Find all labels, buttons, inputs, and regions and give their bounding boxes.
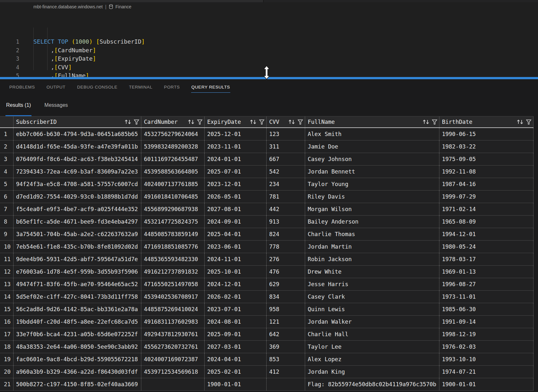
cell-subscriberid[interactable]: a960a3b9-b329-4366-a22d-f86430d03fdf bbox=[13, 366, 141, 378]
cell-expirydate[interactable]: 2027-08-01 bbox=[205, 203, 267, 215]
cell-subscriberid[interactable]: 3a754501-704b-45ab-a2e2-c622637632a9 bbox=[13, 228, 141, 240]
panel-tab-problems[interactable]: PROBLEMS bbox=[9, 82, 35, 93]
cell-cardnumber[interactable]: 6011169726455487 bbox=[141, 153, 205, 165]
cell-birthdate[interactable]: 1992-11-08 bbox=[439, 166, 534, 178]
cell-fullname[interactable]: Drew White bbox=[305, 266, 439, 278]
panel-tab-debug-console[interactable]: DEBUG CONSOLE bbox=[77, 82, 118, 93]
cell-cardnumber[interactable]: 4929437812930761 bbox=[141, 328, 205, 340]
cell-cardnumber[interactable]: 5399832489200328 bbox=[141, 141, 205, 153]
column-header-cardnumber[interactable]: CardNumber bbox=[141, 116, 205, 127]
cell-fullname[interactable]: Charlie Thomas bbox=[305, 228, 439, 240]
cell-birthdate[interactable]: 1971-02-14 bbox=[439, 203, 534, 215]
filter-funnel-icon[interactable] bbox=[134, 119, 139, 125]
panel-tab-query-results[interactable]: QUERY RESULTS bbox=[191, 82, 230, 93]
cell-subscriberid[interactable]: e76003a6-1d78-4e5f-959b-3d55b93f5906 bbox=[13, 266, 141, 278]
cell-cvv[interactable]: 121 bbox=[267, 316, 305, 328]
cell-birthdate[interactable]: 1994-12-01 bbox=[439, 228, 534, 240]
breadcrumb-server[interactable]: mbt-finance.database.windows.net bbox=[33, 4, 103, 9]
column-header-subscriberid[interactable]: SubscriberID bbox=[13, 116, 141, 127]
cell-cardnumber[interactable]: 4716550251497058 bbox=[141, 278, 205, 290]
column-header-cvv[interactable]: CVV bbox=[267, 116, 305, 127]
cell-fullname[interactable]: Taylor Lee bbox=[305, 341, 439, 353]
cell-cvv[interactable]: 276 bbox=[267, 253, 305, 265]
cell-cvv[interactable]: 369 bbox=[267, 341, 305, 353]
cell-cvv[interactable]: 442 bbox=[267, 203, 305, 215]
cell-expirydate[interactable]: 2027-03-01 bbox=[205, 341, 267, 353]
cell-cvv[interactable]: 234 bbox=[267, 178, 305, 190]
cell-expirydate[interactable]: 2025-04-01 bbox=[205, 228, 267, 240]
cell-subscriberid[interactable]: 076409fd-f8c6-4bd2-ac63-f38eb3245414 bbox=[13, 153, 141, 165]
cell-cvv[interactable]: 781 bbox=[267, 191, 305, 203]
cell-cvv[interactable]: 412 bbox=[267, 366, 305, 378]
code-text[interactable]: ,[CardNumber] bbox=[33, 46, 96, 55]
cell-cardnumber[interactable]: 4485875269410024 bbox=[141, 303, 205, 315]
code-text[interactable]: ,[ExpiryDate] bbox=[33, 55, 96, 63]
cell-birthdate[interactable]: 1985-06-30 bbox=[439, 303, 534, 315]
cell-fullname[interactable]: Jordan Walker bbox=[305, 316, 439, 328]
cell-subscriberid[interactable]: 7eb54e61-f1e8-435c-b70b-8fe81092d02d bbox=[13, 241, 141, 253]
row-number[interactable]: 20 bbox=[0, 366, 13, 378]
cell-expirydate[interactable]: 2024-09-01 bbox=[205, 216, 267, 228]
cell-fullname[interactable]: Jordan Martin bbox=[305, 241, 439, 253]
cell-fullname[interactable]: Jordan Bennett bbox=[305, 166, 439, 178]
sql-editor[interactable]: mbt-finance.database.windows.net | Finan… bbox=[0, 2, 538, 77]
row-number[interactable]: 4 bbox=[0, 166, 13, 178]
cell-expirydate[interactable]: 2024-01-01 bbox=[205, 153, 267, 165]
cell-birthdate[interactable]: 1975-09-05 bbox=[439, 153, 534, 165]
panel-tab-terminal[interactable]: TERMINAL bbox=[129, 82, 153, 93]
cell-subscriberid[interactable]: 94f24f3a-e5c8-4708-a581-57557c6007cd bbox=[13, 178, 141, 190]
cell-expirydate[interactable]: 2025-09-01 bbox=[205, 328, 267, 340]
row-number[interactable]: 12 bbox=[0, 266, 13, 278]
cell-cardnumber[interactable]: 4716918851085776 bbox=[141, 241, 205, 253]
code-line[interactable]: 2 ,[CardNumber] bbox=[0, 46, 538, 55]
results-tab-results-1-[interactable]: Results (1) bbox=[5, 95, 31, 116]
cell-cardnumber[interactable]: 4024007169072387 bbox=[141, 353, 205, 365]
cell-subscriberid[interactable]: d4148d1d-f65e-45da-93fe-a47e39fa011b bbox=[13, 141, 141, 153]
cell-cardnumber[interactable]: 4916831137602983 bbox=[141, 316, 205, 328]
filter-funnel-icon[interactable] bbox=[197, 119, 203, 125]
cell-fullname[interactable]: Jesse Harris bbox=[305, 278, 439, 290]
cell-cvv[interactable]: 824 bbox=[267, 228, 305, 240]
cell-cvv[interactable]: 913 bbox=[267, 216, 305, 228]
cell-cardnumber[interactable]: 4539588563664805 bbox=[141, 166, 205, 178]
panel-tab-output[interactable]: OUTPUT bbox=[46, 82, 66, 93]
cell-cardnumber[interactable]: 4532756279624064 bbox=[141, 128, 205, 140]
cell-cardnumber[interactable]: 4532147725824375 bbox=[141, 216, 205, 228]
cell-fullname[interactable]: Bailey Anderson bbox=[305, 216, 439, 228]
column-header-birthdate[interactable]: BirthDate bbox=[439, 116, 534, 127]
cell-cvv[interactable]: 778 bbox=[267, 241, 305, 253]
row-number[interactable]: 5 bbox=[0, 178, 13, 190]
row-number[interactable]: 7 bbox=[0, 203, 13, 215]
sort-arrows-icon[interactable] bbox=[288, 119, 296, 125]
cell-subscriberid[interactable]: 19bdd40f-c20d-48f5-a8ee-22efc68ca7d5 bbox=[13, 316, 141, 328]
row-number[interactable]: 13 bbox=[0, 278, 13, 290]
cell-cvv[interactable]: 629 bbox=[267, 278, 305, 290]
cell-expirydate[interactable]: 2024-12-01 bbox=[205, 278, 267, 290]
cell-expirydate[interactable]: 2024-11-01 bbox=[205, 253, 267, 265]
cell-cardnumber[interactable]: 4485085783859149 bbox=[141, 228, 205, 240]
code-text[interactable]: ,[CVV] bbox=[33, 63, 72, 72]
cell-expirydate[interactable]: 2025-07-01 bbox=[205, 166, 267, 178]
cell-fullname[interactable]: Riley Davis bbox=[305, 191, 439, 203]
cell-birthdate[interactable]: 1980-05-24 bbox=[439, 241, 534, 253]
results-tab-messages[interactable]: Messages bbox=[44, 95, 68, 116]
cell-birthdate[interactable]: 1991-09-14 bbox=[439, 316, 534, 328]
cell-expirydate[interactable]: 2023-07-01 bbox=[205, 303, 267, 315]
sort-arrows-icon[interactable] bbox=[422, 119, 430, 125]
cell-birthdate[interactable]: 1990-06-15 bbox=[439, 128, 534, 140]
cell-subscriberid[interactable]: 500b8272-c197-4150-8f85-02ef40aa3669 bbox=[13, 378, 141, 390]
cell-subscriberid[interactable]: d7ed1d92-7554-4029-93c0-b18898b1d7dd bbox=[13, 191, 141, 203]
cell-expirydate[interactable]: 2026-05-01 bbox=[205, 191, 267, 203]
cell-fullname[interactable]: Casey Clark bbox=[305, 291, 439, 303]
cell-birthdate[interactable]: 1987-04-16 bbox=[439, 178, 534, 190]
filter-funnel-icon[interactable] bbox=[297, 119, 303, 125]
cell-subscriberid[interactable]: fac0601e-9ac8-4bcd-b29d-559055672218 bbox=[13, 353, 141, 365]
row-number[interactable]: 9 bbox=[0, 228, 13, 240]
filter-funnel-icon[interactable] bbox=[432, 119, 437, 125]
cell-birthdate[interactable]: 1974-07-21 bbox=[439, 366, 534, 378]
cell-expirydate[interactable]: 2025-10-01 bbox=[205, 266, 267, 278]
panel-tab-ports[interactable]: PORTS bbox=[164, 82, 180, 93]
cell-fullname[interactable]: Charlie Hall bbox=[305, 328, 439, 340]
cell-cvv[interactable]: 853 bbox=[267, 353, 305, 365]
cell-cvv[interactable]: 834 bbox=[267, 291, 305, 303]
